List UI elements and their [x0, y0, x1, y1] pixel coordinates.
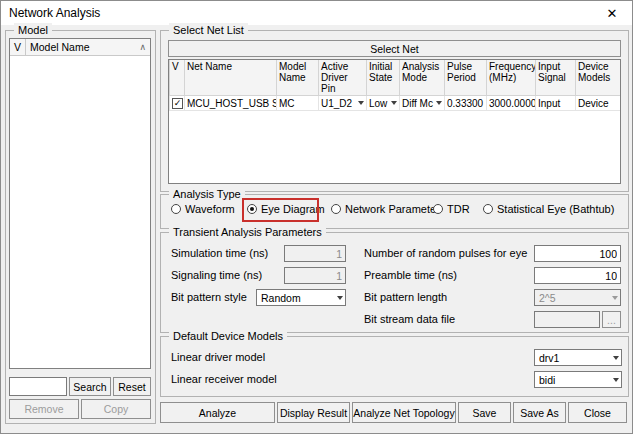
- bit-pattern-style-value: Random: [261, 292, 301, 304]
- simulation-time-label: Simulation time (ns): [171, 245, 268, 262]
- linear-receiver-value: bidi: [539, 374, 555, 386]
- num-pulses-input[interactable]: [534, 245, 621, 262]
- radio-tdr-label: TDR: [447, 203, 470, 215]
- reset-button[interactable]: Reset: [113, 377, 151, 396]
- net-list-group-label: Select Net List: [169, 23, 248, 37]
- model-list-header-check[interactable]: V: [10, 39, 26, 55]
- model-name-cell[interactable]: MC: [277, 96, 319, 111]
- titlebar: Network Analysis ✕: [1, 1, 632, 25]
- col-header-model-name[interactable]: Model Name: [277, 60, 319, 96]
- select-net-button[interactable]: Select Net: [168, 40, 621, 57]
- bottom-action-bar: Analyze Display Result Analyze Net Topol…: [160, 402, 627, 423]
- search-button[interactable]: Search: [69, 377, 111, 396]
- net-name-cell[interactable]: MCU_HOST_USB SB+_: [185, 96, 277, 111]
- initial-state-value: Low: [369, 98, 387, 109]
- model-search-input[interactable]: [9, 377, 67, 396]
- bit-pattern-style-label: Bit pattern style: [171, 289, 247, 306]
- radio-waveform[interactable]: Waveform: [171, 203, 235, 215]
- save-as-button[interactable]: Save As: [513, 402, 566, 423]
- net-table: V Net Name Model Name Active Driver Pin …: [168, 59, 621, 184]
- active-driver-pin-cell[interactable]: U1_D2: [319, 96, 367, 111]
- window-title: Network Analysis: [9, 6, 100, 20]
- model-group-label: Model: [14, 23, 52, 37]
- bit-pattern-length-value: 2^5: [539, 292, 556, 304]
- input-signal-cell[interactable]: Input: [536, 96, 576, 111]
- radio-waveform-label: Waveform: [185, 203, 235, 215]
- analyze-net-topology-button[interactable]: Analyze Net Topology: [352, 402, 456, 423]
- save-button[interactable]: Save: [458, 402, 511, 423]
- radio-network-parameter-label: Network Parameter: [345, 203, 440, 215]
- col-header-initial-state[interactable]: Initial State: [367, 60, 400, 96]
- col-header-device-models[interactable]: Device Models: [576, 60, 622, 96]
- linear-driver-combo[interactable]: drv1: [534, 349, 622, 366]
- col-header-net-name[interactable]: Net Name: [185, 60, 277, 96]
- chevron-down-icon: [613, 356, 619, 360]
- model-list-header[interactable]: V Model Name ∧: [10, 39, 150, 56]
- col-header-frequency[interactable]: Frequency (MHz): [487, 60, 536, 96]
- net-list-panel: Select Net List Select Net V Net Name Mo…: [160, 30, 629, 192]
- chevron-down-icon: [612, 296, 618, 300]
- simulation-time-input: [284, 245, 346, 262]
- radio-circle-icon: [483, 204, 493, 214]
- radio-statistical-eye-label: Statistical Eye (Bathtub): [497, 203, 614, 215]
- bit-pattern-length-combo: 2^5: [534, 289, 621, 306]
- remove-button: Remove: [9, 399, 79, 419]
- analysis-mode-value: Diff Mc: [402, 98, 433, 109]
- net-row-checkbox[interactable]: [172, 98, 183, 109]
- radio-eye-diagram-label: Eye Diagram: [261, 203, 325, 215]
- chevron-down-icon: [337, 296, 343, 300]
- radio-circle-icon: [247, 204, 257, 214]
- signaling-time-label: Signaling time (ns): [171, 267, 262, 284]
- model-panel: Model V Model Name ∧ Search Reset Remove…: [5, 30, 156, 424]
- radio-statistical-eye[interactable]: Statistical Eye (Bathtub): [483, 203, 614, 215]
- preamble-time-label: Preamble time (ns): [364, 267, 457, 284]
- preamble-time-input[interactable]: [534, 267, 621, 284]
- col-header-active-driver-pin[interactable]: Active Driver Pin: [319, 60, 367, 96]
- linear-driver-label: Linear driver model: [171, 349, 265, 366]
- copy-button: Copy: [81, 399, 151, 419]
- model-list-body[interactable]: [10, 56, 150, 369]
- bit-pattern-length-label: Bit pattern length: [364, 289, 447, 306]
- bit-stream-file-label: Bit stream data file: [364, 311, 455, 328]
- net-table-header-row: V Net Name Model Name Active Driver Pin …: [170, 60, 622, 96]
- default-models-panel: Default Device Models Linear driver mode…: [160, 336, 629, 397]
- signaling-time-input: [284, 267, 346, 284]
- model-list-header-name[interactable]: Model Name: [26, 41, 139, 53]
- radio-network-parameter[interactable]: Network Parameter: [331, 203, 440, 215]
- active-driver-pin-value: U1_D2: [321, 98, 352, 109]
- analysis-mode-cell[interactable]: Diff Mc: [400, 96, 445, 111]
- default-models-group-label: Default Device Models: [169, 329, 287, 343]
- linear-receiver-label: Linear receiver model: [171, 371, 277, 388]
- radio-eye-diagram[interactable]: Eye Diagram: [247, 203, 325, 215]
- analysis-type-panel: Analysis Type Waveform Eye Diagram Netwo…: [160, 194, 629, 229]
- radio-tdr[interactable]: TDR: [433, 203, 470, 215]
- network-analysis-dialog: Network Analysis ✕ Model V Model Name ∧ …: [0, 0, 633, 434]
- col-header-check[interactable]: V: [170, 60, 185, 96]
- chevron-down-icon: [436, 101, 442, 105]
- chevron-down-icon: [358, 101, 364, 105]
- close-button[interactable]: Close: [568, 402, 627, 423]
- col-header-analysis-mode[interactable]: Analysis Mode: [400, 60, 445, 96]
- radio-circle-icon: [433, 204, 443, 214]
- device-models-cell[interactable]: Device: [576, 96, 622, 111]
- linear-driver-value: drv1: [539, 352, 559, 364]
- bit-stream-file-input: [534, 311, 600, 328]
- transient-params-panel: Transient Analysis Parameters Simulation…: [160, 232, 629, 333]
- num-pulses-label: Number of random pulses for eye: [364, 245, 527, 262]
- model-list[interactable]: V Model Name ∧: [9, 38, 151, 369]
- browse-button: ...: [602, 311, 621, 328]
- close-icon[interactable]: ✕: [596, 1, 628, 25]
- analyze-button[interactable]: Analyze: [160, 402, 275, 423]
- analysis-type-group-label: Analysis Type: [169, 187, 245, 201]
- frequency-cell[interactable]: 3000.0000: [487, 96, 536, 111]
- initial-state-cell[interactable]: Low: [367, 96, 400, 111]
- radio-circle-icon: [331, 204, 341, 214]
- pulse-period-cell[interactable]: 0.33300: [445, 96, 487, 111]
- bit-pattern-style-combo[interactable]: Random: [256, 289, 346, 306]
- transient-group-label: Transient Analysis Parameters: [169, 225, 326, 239]
- col-header-input-signal[interactable]: Input Signal: [536, 60, 576, 96]
- display-result-button[interactable]: Display Result: [277, 402, 350, 423]
- linear-receiver-combo[interactable]: bidi: [534, 371, 622, 388]
- col-header-pulse-period[interactable]: Pulse Period: [445, 60, 487, 96]
- net-table-row[interactable]: MCU_HOST_USB SB+_ MC U1_D2 Low Diff Mc 0…: [170, 96, 622, 111]
